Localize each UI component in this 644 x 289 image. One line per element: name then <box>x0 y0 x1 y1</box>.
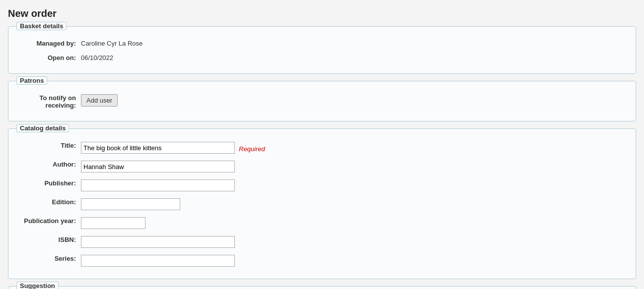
suggestion-section: Suggestion Suggested by: Cyr La Rose, Ca… <box>8 286 636 289</box>
title-input[interactable] <box>81 142 235 154</box>
open-on-label: Open on: <box>16 52 81 61</box>
publication-year-row: Publication year: <box>16 215 628 229</box>
catalog-details-section: Catalog details Title: Required Author: … <box>8 128 636 279</box>
patrons-section: Patrons To notify on receiving: Add user <box>8 81 636 121</box>
edition-label: Edition: <box>16 196 81 206</box>
title-required: Required <box>239 143 265 153</box>
suggestion-legend: Suggestion <box>16 282 59 289</box>
open-on-value: 06/10/2022 <box>81 52 113 61</box>
edition-row: Edition: <box>16 196 628 210</box>
to-notify-row: To notify on receiving: Add user <box>16 92 628 109</box>
basket-details-legend: Basket details <box>16 22 67 30</box>
isbn-input[interactable] <box>81 236 235 248</box>
publisher-label: Publisher: <box>16 177 81 187</box>
publication-year-input[interactable] <box>81 217 145 229</box>
author-row: Author: <box>16 159 628 173</box>
open-on-row: Open on: 06/10/2022 <box>16 52 628 61</box>
series-row: Series: <box>16 253 628 267</box>
publication-year-label: Publication year: <box>16 215 81 225</box>
isbn-row: ISBN: <box>16 234 628 248</box>
author-input[interactable] <box>81 161 235 173</box>
series-label: Series: <box>16 253 81 262</box>
add-user-button[interactable]: Add user <box>81 94 118 107</box>
managed-by-value: Caroline Cyr La Rose <box>81 38 143 47</box>
page-title: New order <box>8 8 636 19</box>
author-label: Author: <box>16 159 81 168</box>
title-row: Title: Required <box>16 140 628 154</box>
basket-details-section: Basket details Managed by: Caroline Cyr … <box>8 26 636 74</box>
to-notify-label: To notify on receiving: <box>16 92 81 109</box>
isbn-label: ISBN: <box>16 234 81 243</box>
title-label: Title: <box>16 140 81 149</box>
publisher-input[interactable] <box>81 179 235 191</box>
managed-by-label: Managed by: <box>16 38 81 47</box>
edition-input[interactable] <box>81 198 180 210</box>
series-input[interactable] <box>81 255 235 267</box>
catalog-details-legend: Catalog details <box>16 124 69 132</box>
publisher-row: Publisher: <box>16 177 628 191</box>
patrons-legend: Patrons <box>16 76 47 85</box>
managed-by-row: Managed by: Caroline Cyr La Rose <box>16 38 628 47</box>
